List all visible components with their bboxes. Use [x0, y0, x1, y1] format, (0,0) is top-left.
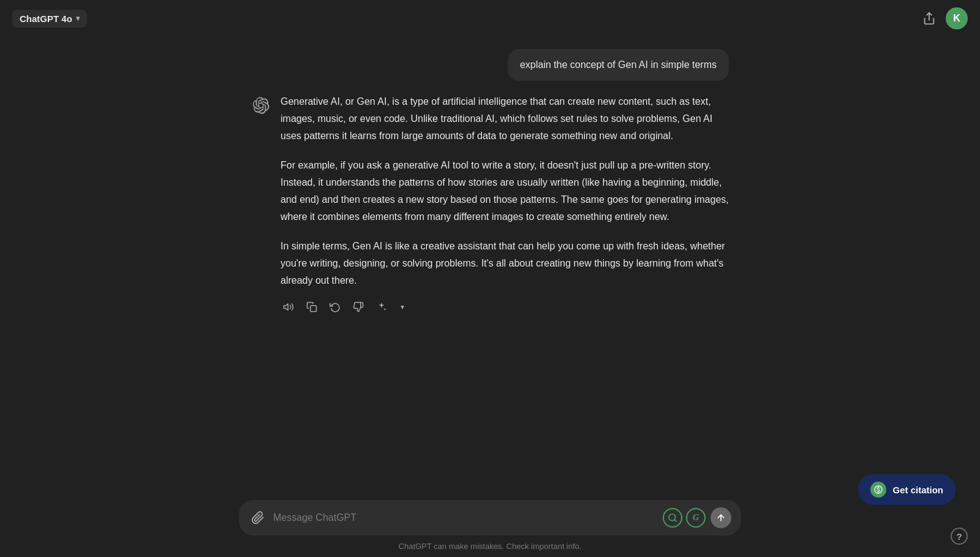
assistant-paragraph-2: For example, if you ask a generative AI …	[281, 157, 729, 225]
header-right: K	[922, 7, 968, 29]
assistant-text-block: Generative AI, or Gen AI, is a type of a…	[281, 93, 729, 315]
chevron-icon: ▾	[401, 303, 404, 311]
input-right-buttons: G	[663, 507, 731, 528]
header: ChatGPT 4o ▾ K	[0, 0, 980, 37]
get-citation-button[interactable]: Get citation	[858, 474, 956, 505]
plugin-search-button[interactable]	[663, 508, 682, 528]
get-citation-icon	[870, 482, 886, 498]
message-input[interactable]	[273, 512, 657, 523]
assistant-message-wrapper: Generative AI, or Gen AI, is a type of a…	[251, 93, 729, 315]
model-name-label: ChatGPT 4o	[20, 13, 72, 24]
chevron-down-icon: ▾	[76, 14, 80, 23]
speak-button[interactable]	[281, 299, 296, 315]
footer-disclaimer: ChatGPT can make mistakes. Check importa…	[399, 542, 582, 551]
user-message-wrapper: explain the concept of Gen AI in simple …	[251, 49, 729, 81]
assistant-avatar	[251, 96, 271, 115]
assistant-paragraph-1: Generative AI, or Gen AI, is a type of a…	[281, 93, 729, 145]
send-button[interactable]	[710, 507, 731, 528]
regenerate-button[interactable]	[327, 299, 343, 315]
plugin-g-button[interactable]: G	[686, 508, 706, 528]
spark-button[interactable]: ▾	[374, 299, 407, 315]
user-message-text: explain the concept of Gen AI in simple …	[520, 59, 717, 70]
svg-marker-1	[284, 304, 288, 311]
avatar[interactable]: K	[946, 7, 968, 29]
messages-inner: explain the concept of Gen AI in simple …	[239, 49, 741, 315]
help-label: ?	[956, 531, 962, 542]
user-message: explain the concept of Gen AI in simple …	[508, 49, 729, 81]
bottom-area: G ChatGPT can make mistakes. Check impor…	[0, 494, 980, 557]
input-container: G	[239, 500, 741, 536]
thumbs-down-button[interactable]	[350, 299, 366, 315]
help-icon[interactable]: ?	[951, 528, 968, 545]
get-citation-label: Get citation	[892, 485, 943, 495]
messages-area: explain the concept of Gen AI in simple …	[0, 37, 980, 494]
model-selector-button[interactable]: ChatGPT 4o ▾	[12, 10, 87, 28]
main-content: explain the concept of Gen AI in simple …	[0, 37, 980, 557]
assistant-paragraph-3: In simple terms, Gen AI is like a creati…	[281, 238, 729, 289]
plugin-buttons: G	[663, 508, 706, 528]
svg-line-4	[674, 520, 676, 521]
input-wrapper: G	[239, 500, 741, 536]
svg-rect-2	[311, 306, 317, 312]
attach-button[interactable]	[249, 509, 267, 527]
openai-logo-icon	[252, 97, 270, 114]
share-icon[interactable]	[922, 12, 936, 25]
action-buttons: ▾	[281, 299, 729, 315]
copy-button[interactable]	[304, 299, 320, 315]
